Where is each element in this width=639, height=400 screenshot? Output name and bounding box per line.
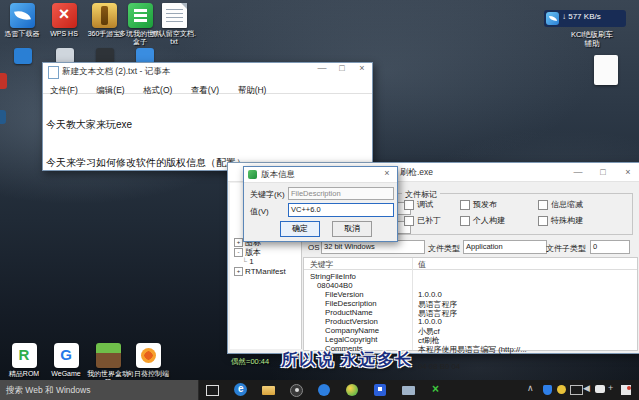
checkbox-icon[interactable] bbox=[460, 200, 470, 210]
checkbox-label: 调试 bbox=[417, 199, 433, 210]
headphones-icon bbox=[290, 384, 303, 397]
tray-display-icon[interactable] bbox=[570, 385, 583, 395]
edge-browser-button[interactable] bbox=[234, 383, 248, 397]
task-view-icon bbox=[206, 385, 219, 396]
value-field[interactable]: VC++6.0 bbox=[288, 203, 394, 217]
desktop-icon-wps-hs[interactable]: WPS HS bbox=[42, 3, 86, 38]
row-value: 04 08 B0 04 bbox=[418, 362, 460, 371]
desktop-icon-sunflower[interactable]: 向日葵控制端 bbox=[126, 343, 170, 378]
notepad-title: 新建文本文档 (2).txt - 记事本 bbox=[62, 66, 170, 78]
row-key: ProductVersion bbox=[325, 317, 378, 326]
taskbar-search[interactable]: 搜索 Web 和 Windows bbox=[0, 380, 199, 400]
minimize-button[interactable]: — bbox=[568, 167, 588, 177]
sunflower-icon bbox=[136, 343, 161, 368]
file-type-field[interactable]: Application bbox=[463, 240, 547, 254]
os-field[interactable]: 32 bit Windows bbox=[321, 240, 425, 254]
checkbox-infoinferred[interactable]: 信息缩减 bbox=[538, 199, 583, 210]
tray-expand-chevron-icon[interactable]: ∧ bbox=[527, 383, 534, 393]
cancel-button[interactable]: 取消 bbox=[332, 221, 372, 237]
icon-label: 默认留空文档.txt bbox=[152, 30, 196, 46]
file-subtype-field[interactable]: 0 bbox=[590, 240, 630, 254]
checkbox-icon[interactable] bbox=[538, 200, 548, 210]
table-row[interactable]: StringFileInfo bbox=[304, 272, 637, 281]
tree-item-label: 1 bbox=[249, 257, 253, 266]
tree-branch-icon: └ bbox=[242, 258, 247, 265]
dialog-titlebar[interactable]: 版本信息 × bbox=[244, 167, 397, 183]
checkbox-debug[interactable]: 调试 bbox=[404, 199, 433, 210]
row-key: LegalCopyright bbox=[325, 335, 377, 344]
checkbox-icon[interactable] bbox=[460, 216, 470, 226]
rom-icon bbox=[12, 343, 37, 368]
checkbox-specialbuild[interactable]: 特殊构建 bbox=[538, 215, 583, 226]
dialog-title: 版本信息 bbox=[261, 169, 295, 181]
icon-label: 精品ROM bbox=[2, 370, 46, 378]
folder-app-button[interactable] bbox=[402, 383, 416, 397]
document-file-icon[interactable] bbox=[594, 55, 618, 85]
notepad-icon bbox=[48, 66, 59, 79]
tray-message-icon[interactable] bbox=[595, 385, 605, 393]
partial-icon-blue[interactable] bbox=[0, 110, 6, 124]
notepad-titlebar[interactable]: 新建文本文档 (2).txt - 记事本 — □ × bbox=[43, 63, 372, 80]
table-row[interactable]: 080404B0 bbox=[304, 281, 637, 290]
table-row[interactable]: LegalCopyrightcf刷枪 bbox=[304, 335, 637, 344]
desktop-wallpaper: 迅雷下载器 WPS HS 360手游宝 多玩我的世界盒子 默认留空文档.txt … bbox=[0, 0, 639, 400]
minimize-button[interactable]: — bbox=[312, 63, 332, 73]
tree-toggle-icon[interactable]: + bbox=[234, 267, 243, 276]
ie-browser-icon[interactable] bbox=[14, 48, 32, 64]
table-row[interactable]: FileVersion1.0.0.0 bbox=[304, 290, 637, 299]
version-info-dialog: 版本信息 × 关键字(K) FileDescription 值(V) VC++6… bbox=[243, 166, 398, 242]
tree-item-label: 版本 bbox=[245, 248, 261, 257]
music-app-button[interactable] bbox=[290, 383, 304, 397]
desktop-icon-thunder-downloader[interactable]: 迅雷下载器 bbox=[0, 3, 44, 38]
desktop-icon-txt-file[interactable]: 默认留空文档.txt bbox=[152, 3, 196, 46]
cloud-app-button[interactable] bbox=[318, 383, 332, 397]
tray-volume-icon[interactable]: ◀ bbox=[583, 383, 590, 393]
checkbox-icon[interactable] bbox=[404, 216, 414, 226]
table-row[interactable]: CompanyName小易cf bbox=[304, 326, 637, 335]
desktop-icon-wegame[interactable]: WeGame bbox=[44, 343, 88, 378]
maximize-button[interactable]: □ bbox=[332, 63, 352, 73]
tree-item-version-1[interactable]: └ 1 bbox=[242, 257, 254, 266]
tray-user-icon[interactable] bbox=[557, 385, 566, 394]
wps-icon bbox=[52, 3, 77, 28]
ok-button[interactable]: 确定 bbox=[280, 221, 320, 237]
table-row[interactable]: ProductName易语言程序 bbox=[304, 308, 637, 317]
cloud-icon bbox=[318, 384, 330, 396]
tree-item-label: RTManifest bbox=[245, 267, 286, 276]
file-explorer-button[interactable] bbox=[262, 383, 276, 397]
notepad-text-area[interactable]: 今天教大家来玩exe 今天来学习如何修改软件的版权信息（配置） 我们需要看这个软… bbox=[46, 94, 369, 168]
desktop-icon-rom[interactable]: 精品ROM bbox=[2, 343, 46, 378]
checkbox-icon[interactable] bbox=[538, 216, 548, 226]
checkbox-prerelease[interactable]: 预发布 bbox=[460, 199, 497, 210]
keyword-field[interactable]: FileDescription bbox=[288, 187, 394, 200]
tray-security-shield-icon[interactable] bbox=[543, 385, 552, 395]
close-icon[interactable]: × bbox=[377, 168, 397, 178]
taskbar: 搜索 Web 和 Windows ∧ ◀ + bbox=[0, 380, 639, 400]
partial-icon-red[interactable] bbox=[0, 73, 7, 89]
text-line: 今天教大家来玩exe bbox=[46, 119, 369, 132]
table-row[interactable]: ProductVersion1.0.0.0 bbox=[304, 317, 637, 326]
maximize-button[interactable]: □ bbox=[593, 167, 613, 177]
notepad-window: 新建文本文档 (2).txt - 记事本 — □ × 文件(F) 编辑(E) 格… bbox=[42, 62, 373, 171]
task-view-button[interactable] bbox=[206, 383, 220, 397]
close-button[interactable]: × bbox=[352, 63, 372, 73]
column-header-key[interactable]: 关键字 bbox=[310, 259, 333, 270]
network-speed-widget[interactable]: ↓ 577 KB/s bbox=[544, 10, 626, 27]
column-header-value[interactable]: 值 bbox=[418, 259, 426, 270]
file-flags-group: 文件标记 调试 预发布 信息缩减 已补丁 个人构建 特殊构建 bbox=[395, 193, 633, 235]
blue-app-button[interactable] bbox=[374, 383, 388, 397]
table-row[interactable]: FileDescription易语言程序 bbox=[304, 299, 637, 308]
thunderx-button[interactable] bbox=[430, 383, 444, 397]
checkbox-patched[interactable]: 已补丁 bbox=[404, 215, 441, 226]
tray-notification-icon[interactable] bbox=[621, 385, 631, 395]
tree-item-rtmanifest[interactable]: +RTManifest bbox=[234, 267, 286, 276]
checkbox-label: 个人构建 bbox=[473, 215, 505, 226]
browser-globe-button[interactable] bbox=[346, 383, 360, 397]
checkbox-icon[interactable] bbox=[404, 200, 414, 210]
checkbox-privatebuild[interactable]: 个人构建 bbox=[460, 215, 505, 226]
file-subtype-label: 文件子类型 bbox=[546, 243, 586, 254]
close-button[interactable]: × bbox=[618, 167, 638, 177]
tray-input-icon[interactable]: + bbox=[608, 383, 613, 393]
row-key: FileVersion bbox=[325, 290, 364, 299]
desktop-icon-kcl[interactable]: KCl绝版刷车 辅助 bbox=[546, 30, 638, 48]
